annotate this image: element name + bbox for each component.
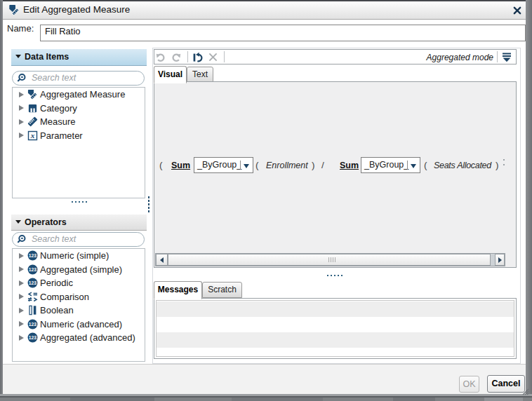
svg-text:123: 123 <box>29 322 37 327</box>
svg-text:123: 123 <box>29 280 37 285</box>
svg-text:123: 123 <box>29 335 37 340</box>
svg-text:123: 123 <box>29 253 37 258</box>
svg-text:x: x <box>30 131 35 140</box>
svg-text:123: 123 <box>29 267 37 272</box>
